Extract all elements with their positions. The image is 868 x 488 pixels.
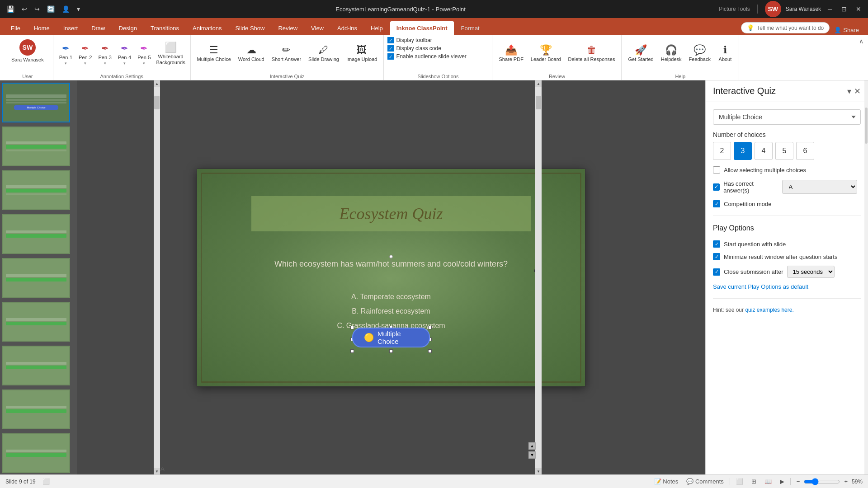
about-button[interactable]: ℹ About <box>715 43 735 64</box>
reading-view-button[interactable]: 📖 <box>762 477 774 486</box>
canvas-scroll-thumb[interactable] <box>536 96 541 109</box>
scroll-thumb[interactable] <box>154 96 160 109</box>
choice-2-button[interactable]: 2 <box>713 142 731 160</box>
save-play-options-link[interactable]: Save current Play Options as default <box>713 283 861 290</box>
choice-3-button[interactable]: 3 <box>734 142 752 160</box>
list-item[interactable]: 9 Multiple Choice <box>2 83 75 122</box>
slide-thumb-12[interactable] <box>2 214 70 254</box>
options-button[interactable]: ▾ <box>75 4 82 14</box>
scroll-down-arrow[interactable]: ▼ <box>154 468 160 474</box>
user-avatar-ribbon[interactable]: SW <box>19 39 36 56</box>
display-toolbar-checkbox[interactable]: ✓ <box>387 37 394 43</box>
list-item[interactable]: 15 <box>2 346 75 385</box>
display-class-code-checkbox[interactable]: ✓ <box>387 45 394 52</box>
save-button[interactable]: 💾 <box>5 4 17 14</box>
share-button[interactable]: 👤 Share <box>834 27 859 33</box>
handle-tr[interactable] <box>428 326 432 329</box>
pen2-button[interactable]: ✒ Pen-2 ▾ <box>76 41 94 67</box>
panel-dropdown-button[interactable]: ▾ <box>847 86 851 96</box>
list-item[interactable]: 13 <box>2 258 75 298</box>
multiple-choice-button[interactable]: ☰ Multiple Choice <box>194 43 234 64</box>
slide-thumb-16[interactable] <box>2 389 70 429</box>
canvas-scroll-up[interactable]: ▲ <box>535 80 542 87</box>
competition-mode-row[interactable]: ✓ Competition mode <box>713 200 861 207</box>
list-item[interactable]: 14 <box>2 302 75 342</box>
tab-help[interactable]: Help <box>364 21 389 35</box>
handle-br[interactable] <box>428 349 432 353</box>
pen4-button[interactable]: ✒ Pen-4 ▾ <box>116 41 133 67</box>
tab-design[interactable]: Design <box>113 21 143 35</box>
panel-scrollbar[interactable] <box>864 80 868 474</box>
slide-thumb-9[interactable]: Multiple Choice <box>2 83 70 122</box>
share-pdf-button[interactable]: 📤 Share PDF <box>496 43 526 64</box>
zoom-out-button[interactable]: − <box>794 477 802 486</box>
accessibility-button[interactable]: ⬜ <box>40 477 52 486</box>
tab-inknoe[interactable]: Inknoe ClassPoint <box>390 21 454 35</box>
minimize-result-row[interactable]: ✓ Minimize result window after question … <box>713 253 861 260</box>
tell-me-search[interactable]: 💡 Tell me what you want to do <box>741 22 830 33</box>
slide-thumb-17[interactable] <box>2 433 70 473</box>
leaderboard-button[interactable]: 🏆 Leader Board <box>528 43 564 64</box>
slide-title-box[interactable]: Ecosystem Quiz <box>251 196 531 231</box>
notes-button[interactable]: 📝 Notes <box>652 477 681 486</box>
zoom-in-button[interactable]: + <box>842 477 850 486</box>
start-with-slide-row[interactable]: ✓ Start question with slide <box>713 240 861 248</box>
has-correct-row[interactable]: ✓ Has correct answer(s) <box>713 180 778 194</box>
enable-audience-checkbox[interactable]: ✓ <box>387 53 394 60</box>
normal-view-button[interactable]: ⬜ <box>734 477 745 486</box>
competition-mode-checkbox[interactable]: ✓ <box>713 200 720 207</box>
slide-drawing-button[interactable]: 🖊 Slide Drawing <box>306 43 342 64</box>
slide-thumb-11[interactable] <box>2 170 70 210</box>
handle-bl[interactable] <box>350 349 354 353</box>
short-answer-button[interactable]: ✏ Short Answer <box>269 43 304 64</box>
delete-responses-button[interactable]: 🗑 Delete all Responses <box>566 43 618 64</box>
badge-container[interactable]: 🟡 Multiple Choice <box>352 328 430 351</box>
scroll-up-arrow[interactable]: ▲ <box>154 80 160 87</box>
list-item[interactable]: 17 <box>2 433 75 473</box>
list-item[interactable]: 12 <box>2 214 75 254</box>
user-avatar[interactable]: SW <box>765 1 781 17</box>
multiple-choice-badge[interactable]: 🟡 Multiple Choice <box>352 328 430 347</box>
close-button[interactable]: ✕ <box>854 4 863 14</box>
handle-bm[interactable] <box>389 349 393 353</box>
tab-animations[interactable]: Animations <box>186 21 228 35</box>
tab-view[interactable]: View <box>305 21 330 35</box>
left-scrollbar[interactable]: ▲ ▼ <box>154 80 160 474</box>
tab-home[interactable]: Home <box>28 21 56 35</box>
slide-thumb-14[interactable] <box>2 302 70 342</box>
undo-button[interactable]: ↩ <box>19 4 29 14</box>
seconds-select[interactable]: 15 seconds 10 seconds 20 seconds 30 seco… <box>787 266 835 278</box>
close-submission-checkbox[interactable]: ✓ <box>713 268 720 276</box>
handle-tl[interactable] <box>350 326 354 329</box>
canvas-right-scrollbar[interactable]: ▲ ▼ <box>535 80 542 474</box>
whiteboard-button[interactable]: ⬜ Whiteboard Backgrounds <box>155 41 187 67</box>
correct-answer-select[interactable]: A B C <box>782 180 858 194</box>
allow-multiple-row[interactable]: Allow selecting multiple choices <box>713 166 861 174</box>
tab-draw[interactable]: Draw <box>85 21 111 35</box>
image-upload-button[interactable]: 🖼 Image Upload <box>344 43 380 64</box>
tab-review[interactable]: Review <box>272 21 304 35</box>
choice-4-button[interactable]: 4 <box>755 142 773 160</box>
slide-panel[interactable]: 9 Multiple Choice 10 <box>0 80 77 474</box>
autosave-button[interactable]: 🔄 <box>45 4 57 14</box>
slide-thumb-15[interactable] <box>2 346 70 385</box>
get-started-button[interactable]: 🚀 Get Started <box>625 43 656 64</box>
tab-slideshow[interactable]: Slide Show <box>229 21 271 35</box>
tab-format[interactable]: Format <box>455 21 486 35</box>
display-class-code-row[interactable]: ✓ Display class code <box>387 45 441 52</box>
list-item[interactable]: 16 <box>2 389 75 429</box>
enable-audience-row[interactable]: ✓ Enable audience slide viewer <box>387 53 466 60</box>
choice-6-button[interactable]: 6 <box>796 142 814 160</box>
pen3-button[interactable]: ✒ Pen-3 ▾ <box>96 41 113 67</box>
quiz-type-select[interactable]: Multiple Choice Word Cloud Short Answer … <box>713 109 861 125</box>
feedback-button[interactable]: 💬 Feedback <box>686 43 713 64</box>
minimize-result-checkbox[interactable]: ✓ <box>713 253 720 260</box>
quiz-examples-link[interactable]: quiz examples here. <box>745 307 793 313</box>
display-toolbar-row[interactable]: ✓ Display toolbar <box>387 37 432 43</box>
nav-down-button[interactable]: ▼ <box>528 451 536 459</box>
slide-thumb-13[interactable] <box>2 258 70 298</box>
word-cloud-button[interactable]: ☁ Word Cloud <box>236 43 267 64</box>
pen1-button[interactable]: ✒ Pen-1 ▾ <box>57 41 75 67</box>
has-correct-checkbox[interactable]: ✓ <box>713 183 720 191</box>
pen5-button[interactable]: ✒ Pen-5 ▾ <box>135 41 153 67</box>
